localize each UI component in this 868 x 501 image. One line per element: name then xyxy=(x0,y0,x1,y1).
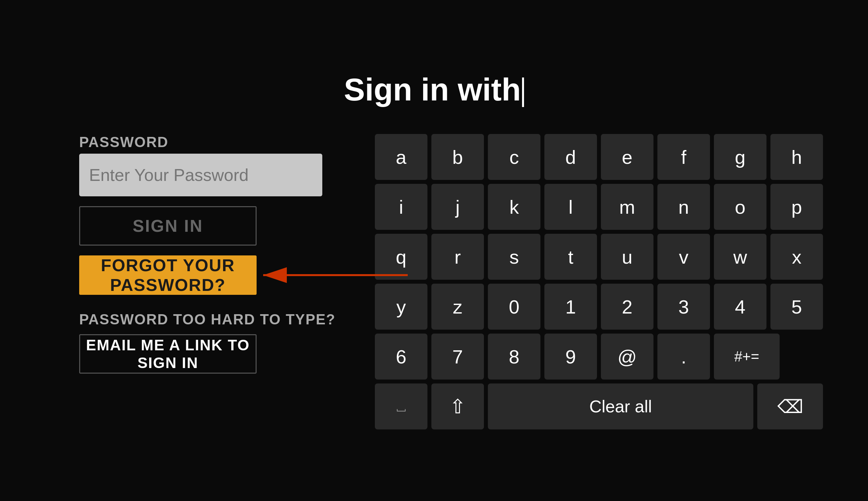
key-c[interactable]: c xyxy=(488,134,541,180)
key-w[interactable]: w xyxy=(714,234,766,280)
key-9[interactable]: 9 xyxy=(544,333,597,380)
key-backspace[interactable]: ⌫ xyxy=(757,383,823,429)
forgot-password-container: FORGOT YOUR PASSWORD? xyxy=(79,255,348,295)
password-too-hard-section: PASSWORD TOO HARD TO TYPE? EMAIL ME A LI… xyxy=(79,311,348,374)
key-dot[interactable]: . xyxy=(657,333,710,380)
key-n[interactable]: n xyxy=(657,184,710,230)
password-section: PASSWORD xyxy=(79,134,348,196)
key-q[interactable]: q xyxy=(375,234,427,280)
key-y[interactable]: y xyxy=(375,284,427,330)
key-at[interactable]: @ xyxy=(601,333,653,380)
shift-icon: ⇧ xyxy=(449,395,466,418)
key-v[interactable]: v xyxy=(657,234,710,280)
title-text: Sign in with xyxy=(344,72,521,107)
too-hard-label: PASSWORD TOO HARD TO TYPE? xyxy=(79,311,348,328)
main-container: Sign in with PASSWORD SIGN IN FORGOT YOU… xyxy=(40,52,828,449)
key-f[interactable]: f xyxy=(657,134,710,180)
key-j[interactable]: j xyxy=(431,184,484,230)
key-5[interactable]: 5 xyxy=(771,284,823,330)
password-input[interactable] xyxy=(79,154,322,196)
key-2[interactable]: 2 xyxy=(601,284,653,330)
key-o[interactable]: o xyxy=(714,184,766,230)
keyboard-panel: a b c d e f g h i j k l m n o p xyxy=(375,134,823,429)
forgot-password-button[interactable]: FORGOT YOUR PASSWORD? xyxy=(79,255,257,295)
sign-in-button[interactable]: SIGN IN xyxy=(79,206,257,246)
keyboard-row-3: q r s t u v w x xyxy=(375,234,823,280)
key-shift[interactable]: ⇧ xyxy=(431,383,484,429)
keyboard-row-1: a b c d e f g h xyxy=(375,134,823,180)
keyboard-row-4: y z 0 1 2 3 4 5 xyxy=(375,284,823,330)
key-a[interactable]: a xyxy=(375,134,427,180)
key-p[interactable]: p xyxy=(771,184,823,230)
key-d[interactable]: d xyxy=(544,134,597,180)
key-l[interactable]: l xyxy=(544,184,597,230)
key-m[interactable]: m xyxy=(601,184,653,230)
key-x[interactable]: x xyxy=(771,234,823,280)
key-s[interactable]: s xyxy=(488,234,541,280)
keyboard-row-6: ⎵ ⇧ Clear all ⌫ xyxy=(375,383,823,429)
key-4[interactable]: 4 xyxy=(714,284,766,330)
key-u[interactable]: u xyxy=(601,234,653,280)
space-icon: ⎵ xyxy=(397,398,405,415)
key-clear[interactable]: Clear all xyxy=(488,383,753,429)
key-6[interactable]: 6 xyxy=(375,333,427,380)
keyboard-row-2: i j k l m n o p xyxy=(375,184,823,230)
backspace-icon: ⌫ xyxy=(777,396,803,417)
key-g[interactable]: g xyxy=(714,134,766,180)
key-symbols[interactable]: #+= xyxy=(714,333,780,380)
key-r[interactable]: r xyxy=(431,234,484,280)
page-title: Sign in with xyxy=(79,72,789,108)
key-8[interactable]: 8 xyxy=(488,333,541,380)
key-7[interactable]: 7 xyxy=(431,333,484,380)
left-panel: PASSWORD SIGN IN FORGOT YOUR PASSWORD? xyxy=(79,134,348,374)
email-link-button[interactable]: EMAIL ME A LINK TO SIGN IN xyxy=(79,334,257,374)
key-e[interactable]: e xyxy=(601,134,653,180)
cursor xyxy=(522,77,524,107)
key-z[interactable]: z xyxy=(431,284,484,330)
key-space[interactable]: ⎵ xyxy=(375,383,427,429)
keyboard-row-5: 6 7 8 9 @ . #+= xyxy=(375,333,823,380)
key-1[interactable]: 1 xyxy=(544,284,597,330)
key-t[interactable]: t xyxy=(544,234,597,280)
key-h[interactable]: h xyxy=(771,134,823,180)
key-i[interactable]: i xyxy=(375,184,427,230)
key-b[interactable]: b xyxy=(431,134,484,180)
password-label: PASSWORD xyxy=(79,134,348,150)
key-0[interactable]: 0 xyxy=(488,284,541,330)
content-area: PASSWORD SIGN IN FORGOT YOUR PASSWORD? xyxy=(79,134,789,429)
key-3[interactable]: 3 xyxy=(657,284,710,330)
key-k[interactable]: k xyxy=(488,184,541,230)
